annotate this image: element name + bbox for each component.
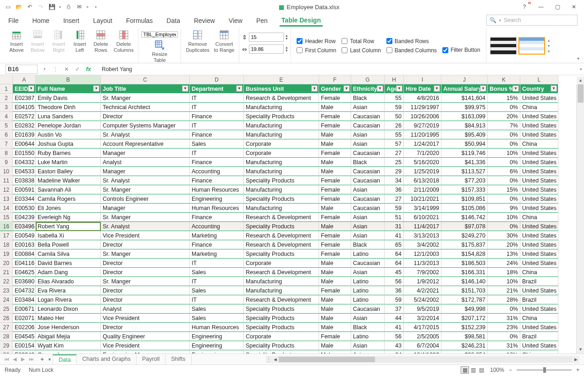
cell[interactable]: $41,336 [441, 158, 488, 167]
cell[interactable]: Director [101, 268, 190, 277]
cell[interactable]: China [520, 350, 558, 354]
cell[interactable]: Caucasian [351, 149, 385, 158]
menu-tab-formulas[interactable]: Formulas [124, 15, 154, 26]
cell[interactable]: Manufacturing [244, 286, 319, 295]
cell[interactable]: Vice President [101, 314, 190, 323]
cell[interactable]: 0% [488, 304, 520, 314]
cell[interactable]: 64 [385, 350, 404, 354]
cell[interactable]: 55 [385, 130, 404, 139]
cell[interactable]: E03343 [13, 350, 36, 354]
table-header-department[interactable]: Department▾ [190, 84, 244, 94]
cell[interactable]: 41 [385, 231, 404, 240]
convert-to-range-button[interactable]: Convert to Range [212, 28, 237, 54]
cell[interactable]: Male [319, 341, 351, 350]
cell[interactable]: 1/24/2017 [404, 139, 441, 149]
cell[interactable]: 9/5/2019 [404, 304, 441, 314]
col-header-C[interactable]: C [101, 75, 190, 84]
cell[interactable]: 1/9/2012 [404, 277, 441, 286]
cell[interactable]: United States [520, 323, 558, 332]
cell[interactable]: $186,503 [441, 259, 488, 268]
cell[interactable]: Speciality Products [244, 176, 319, 185]
cell[interactable]: $49,998 [441, 304, 488, 314]
cell[interactable]: China [520, 103, 558, 112]
undo-icon[interactable]: ↶ [25, 2, 35, 12]
cell[interactable]: Manager [101, 167, 190, 176]
cell[interactable]: 3/2/2014 [404, 314, 441, 323]
cell[interactable]: Sr. Manger [101, 277, 190, 286]
cell[interactable]: Manufacturing [244, 130, 319, 139]
cell[interactable]: United States [520, 94, 558, 103]
zoom-slider[interactable] [517, 369, 572, 371]
cell[interactable]: Theodore Dinh [36, 103, 101, 112]
cell[interactable]: United States [520, 112, 558, 121]
cell[interactable]: Speciality Products [244, 112, 319, 121]
cell[interactable]: 27 [385, 149, 404, 158]
cell[interactable]: $113,527 [441, 167, 488, 176]
cell[interactable]: United States [520, 240, 558, 249]
cell[interactable]: United States [520, 222, 558, 231]
cell[interactable]: United States [520, 204, 558, 213]
cell[interactable]: 13% [488, 249, 520, 259]
cell[interactable]: 20% [488, 112, 520, 121]
cell[interactable]: United States [520, 185, 558, 194]
cell[interactable]: Female [319, 332, 351, 341]
row-header[interactable]: 12 [0, 185, 13, 194]
cell[interactable]: 9% [488, 204, 520, 213]
cell[interactable]: Penelope Jordan [36, 121, 101, 130]
cell[interactable]: Easton Bailey [36, 167, 101, 176]
cell[interactable]: 12/1/2003 [404, 249, 441, 259]
cell[interactable]: 2/5/2005 [404, 332, 441, 341]
cell[interactable]: Speciality Products [244, 222, 319, 231]
cell[interactable]: United States [520, 286, 558, 295]
cell[interactable]: E02572 [13, 112, 36, 121]
search-box[interactable]: 🔍 ▾ Search [486, 15, 578, 26]
cell[interactable]: Bella Powell [36, 240, 101, 249]
sheet-menu-icon[interactable]: ▾ [49, 357, 51, 362]
cell[interactable]: $151,703 [441, 286, 488, 295]
cell[interactable]: 0% [488, 332, 520, 341]
cell[interactable]: Analyst [101, 158, 190, 167]
cell[interactable]: Human Resources [190, 323, 244, 332]
cell[interactable]: $50,994 [441, 139, 488, 149]
insert-below-button[interactable]: Insert Below [28, 28, 48, 54]
cell[interactable]: Research & Development [244, 268, 319, 277]
cell[interactable]: IT [190, 295, 244, 304]
cell[interactable]: IT [190, 94, 244, 103]
cell[interactable]: Engineering [190, 341, 244, 350]
cell[interactable]: $109,851 [441, 194, 488, 204]
cell[interactable]: Eli Jones [36, 204, 101, 213]
cell[interactable]: $97,078 [441, 222, 488, 231]
row-header[interactable]: 29 [0, 341, 13, 350]
cell[interactable]: Sales [190, 286, 244, 295]
cell[interactable]: Research & Development [244, 240, 319, 249]
cell[interactable]: Research & Development [244, 295, 319, 304]
cell[interactable]: 9/27/2019 [404, 121, 441, 130]
row-header[interactable]: 22 [0, 277, 13, 286]
row-header[interactable]: 4 [0, 112, 13, 121]
cell[interactable]: $154,828 [441, 249, 488, 259]
cell[interactable]: 3/13/2013 [404, 231, 441, 240]
row-header[interactable]: 3 [0, 103, 13, 112]
cell[interactable]: 7/9/2002 [404, 268, 441, 277]
cell[interactable]: $119,746 [441, 149, 488, 158]
filter-dropdown-icon[interactable]: ▾ [236, 85, 242, 92]
cell[interactable]: Finance [190, 176, 244, 185]
cell[interactable]: 56 [385, 332, 404, 341]
select-all-corner[interactable] [0, 75, 13, 84]
row-header[interactable]: 6 [0, 130, 13, 139]
cell[interactable]: China [520, 314, 558, 323]
cell[interactable]: United States [520, 231, 558, 240]
cell[interactable]: E00644 [13, 139, 36, 149]
cell[interactable]: 12/4/1996 [404, 350, 441, 354]
scroll-right-icon[interactable]: ▶ [572, 357, 579, 362]
cell[interactable]: E02832 [13, 121, 36, 130]
cell[interactable]: Female [319, 112, 351, 121]
cell[interactable]: Speciality Products [244, 350, 319, 354]
cell[interactable]: Austin Vo [36, 130, 101, 139]
cell[interactable]: Asian [351, 314, 385, 323]
cell[interactable]: Speciality Products [244, 304, 319, 314]
table-name-input[interactable] [141, 31, 178, 38]
cell[interactable]: $207,172 [441, 314, 488, 323]
cell[interactable]: Luke Martin [36, 158, 101, 167]
header-row-checkbox[interactable]: Header Row [297, 38, 336, 44]
